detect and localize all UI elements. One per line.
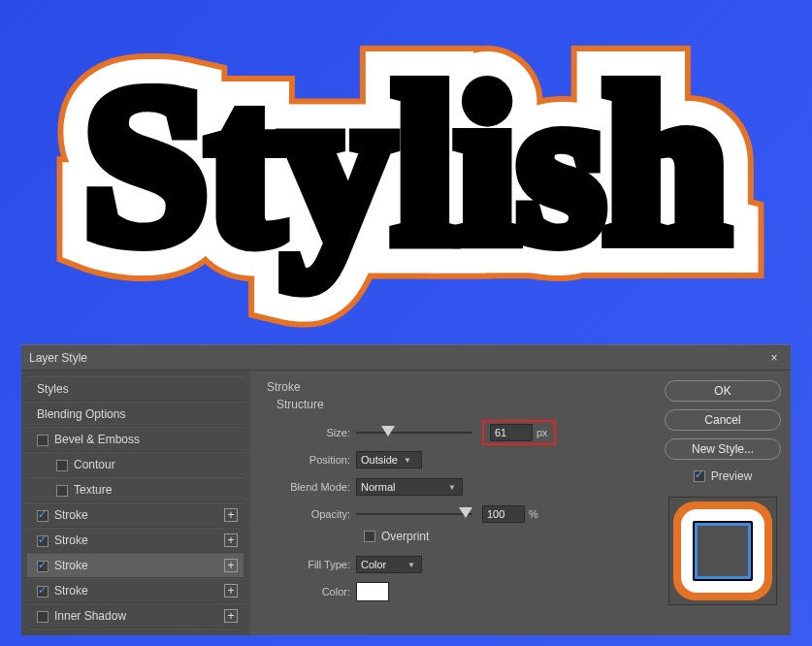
overprint-row: Overprint [364, 530, 637, 543]
overprint-label: Overprint [381, 530, 429, 543]
dialog-actions: OK Cancel New Style... Preview [655, 371, 791, 635]
size-slider[interactable] [356, 426, 472, 439]
checkbox-icon[interactable] [37, 611, 49, 623]
size-row: Size: px [267, 421, 637, 444]
sidebar-item-inner-shadow[interactable]: Inner Shadow + [27, 603, 244, 629]
fill-type-select[interactable]: Color▼ [356, 556, 422, 573]
checkbox-icon[interactable] [56, 460, 68, 471]
chevron-down-icon: ▼ [404, 456, 411, 465]
plus-icon[interactable]: + [224, 533, 238, 547]
stroke-panel: Stroke Structure Size: px Position: Outs… [249, 371, 655, 635]
size-label: Size: [267, 427, 356, 438]
position-select[interactable]: Outside▼ [356, 451, 422, 468]
checkbox-icon[interactable] [37, 535, 49, 547]
sidebar-item-inner-glow[interactable]: Inner Glow [27, 629, 244, 635]
preview-checkbox[interactable] [694, 470, 705, 482]
preview-thumbnail [668, 497, 777, 605]
dialog-titlebar[interactable]: Layer Style × [21, 345, 791, 371]
checkbox-icon[interactable] [56, 485, 68, 497]
new-style-button[interactable]: New Style... [665, 438, 781, 460]
size-unit: px [536, 427, 548, 438]
size-highlight: px [482, 420, 556, 445]
stylish-stroke-black: Stylish [83, 54, 729, 277]
styles-sidebar: Styles Blending Options Bevel & Emboss C… [21, 371, 249, 635]
chevron-down-icon: ▼ [407, 561, 415, 569]
cancel-button[interactable]: Cancel [665, 409, 781, 431]
layer-style-dialog: Layer Style × Styles Blending Options Be… [21, 344, 791, 635]
plus-icon[interactable]: + [224, 584, 238, 598]
color-swatch[interactable] [356, 582, 389, 601]
color-label: Color: [267, 586, 356, 598]
canvas-preview: Stylish Stylish Stylish Stylish [0, 0, 812, 349]
preview-row: Preview [694, 469, 753, 483]
sidebar-item-stroke-2[interactable]: Stroke + [27, 528, 244, 553]
ok-button[interactable]: OK [665, 380, 781, 402]
close-icon[interactable]: × [765, 351, 783, 365]
preview-label: Preview [711, 469, 753, 483]
fill-type-row: Fill Type: Color▼ [267, 553, 637, 576]
opacity-unit: % [529, 508, 538, 520]
fill-type-label: Fill Type: [267, 559, 356, 570]
position-label: Position: [267, 454, 356, 466]
opacity-slider-thumb[interactable] [459, 507, 472, 518]
plus-icon[interactable]: + [224, 508, 238, 522]
sidebar-item-stroke-3[interactable]: Stroke + [27, 553, 244, 578]
panel-title: Stroke [267, 380, 637, 394]
dialog-title: Layer Style [29, 351, 87, 365]
opacity-row: Opacity: % [267, 502, 637, 526]
blend-mode-row: Blend Mode: Normal▼ [267, 475, 637, 499]
opacity-label: Opacity: [267, 508, 356, 520]
blend-mode-label: Blend Mode: [267, 481, 356, 493]
sidebar-item-stroke-4[interactable]: Stroke + [27, 578, 244, 603]
sidebar-blending-options[interactable]: Blending Options [27, 402, 244, 427]
size-slider-thumb[interactable] [381, 426, 395, 436]
checkbox-icon[interactable] [37, 510, 49, 522]
overprint-checkbox[interactable] [364, 531, 375, 542]
sidebar-item-bevel-emboss[interactable]: Bevel & Emboss [27, 427, 244, 452]
sidebar-item-contour[interactable]: Contour [27, 452, 244, 477]
structure-label: Structure [276, 398, 637, 411]
opacity-slider[interactable] [356, 507, 472, 521]
plus-icon[interactable]: + [224, 609, 238, 623]
checkbox-icon[interactable] [37, 586, 49, 598]
color-row: Color: [267, 580, 637, 603]
sidebar-header-styles[interactable]: Styles [27, 376, 244, 402]
position-row: Position: Outside▼ [267, 448, 637, 471]
plus-icon[interactable]: + [224, 559, 238, 572]
checkbox-icon[interactable] [37, 435, 49, 446]
chevron-down-icon: ▼ [448, 483, 456, 492]
sidebar-item-stroke-1[interactable]: Stroke + [27, 502, 244, 528]
checkbox-icon[interactable] [37, 561, 49, 572]
sidebar-item-texture[interactable]: Texture [27, 477, 244, 502]
opacity-input[interactable] [482, 505, 525, 523]
blend-mode-select[interactable]: Normal▼ [356, 478, 463, 496]
size-input[interactable] [490, 424, 533, 441]
